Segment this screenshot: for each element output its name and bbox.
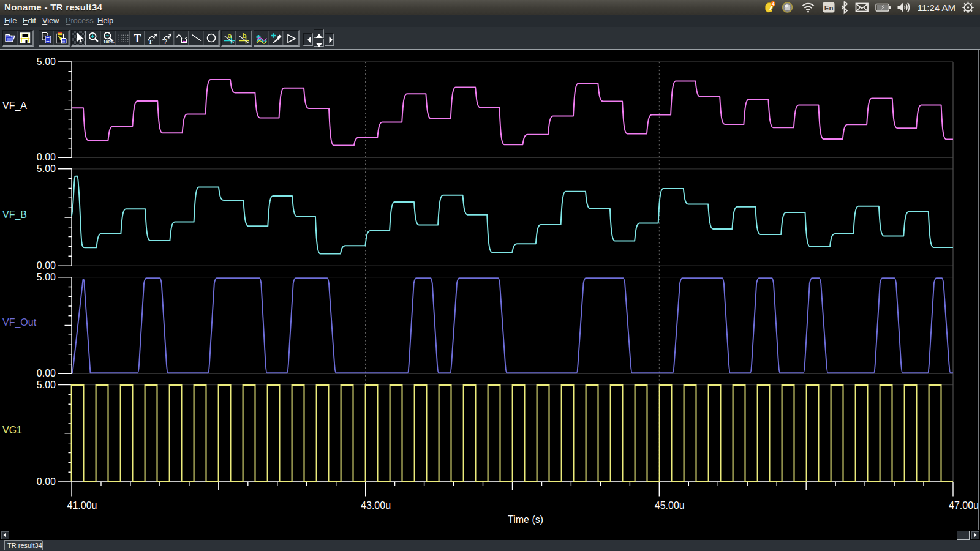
svg-text:5.00: 5.00 <box>37 380 56 390</box>
svg-text:45.00u: 45.00u <box>655 500 685 511</box>
svg-text:47.00u: 47.00u <box>949 500 979 511</box>
svg-text:VF_B: VF_B <box>2 209 27 220</box>
svg-text:0.00: 0.00 <box>37 476 56 487</box>
svg-text:0.00: 0.00 <box>37 368 56 378</box>
svg-text:VF_Out: VF_Out <box>2 317 37 328</box>
svg-text:5.00: 5.00 <box>37 272 56 282</box>
svg-text:100%: 100% <box>103 40 115 44</box>
svg-text:4: 4 <box>772 1 775 7</box>
svg-text:a: a <box>228 32 232 39</box>
svg-text:T: T <box>134 32 141 44</box>
svg-text:T: T <box>148 39 153 45</box>
svg-text:VG1: VG1 <box>2 425 22 435</box>
svg-text:5.00: 5.00 <box>37 56 56 67</box>
svg-text:VF_A: VF_A <box>2 100 27 111</box>
svg-text:?: ? <box>164 39 167 45</box>
svg-text:5.00: 5.00 <box>37 163 56 174</box>
svg-text:Time (s): Time (s) <box>508 514 543 525</box>
svg-text:0.00: 0.00 <box>37 260 56 271</box>
svg-text:En: En <box>824 4 834 12</box>
svg-text:43.00u: 43.00u <box>361 500 391 511</box>
svg-text:41.00u: 41.00u <box>67 500 97 511</box>
svg-text:b: b <box>243 32 246 39</box>
svg-text:0.00: 0.00 <box>37 152 56 162</box>
